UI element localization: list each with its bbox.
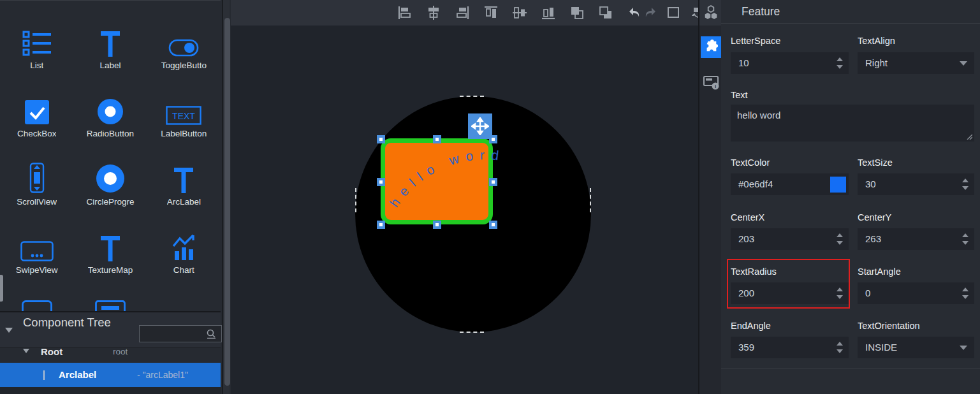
endangle-input[interactable]: 359 [731,337,849,358]
centery-value: 263 [865,233,881,244]
clipped-widget-icon [22,300,52,311]
tree-row-id: - "arcLabel1" [137,370,188,380]
tree-empty-area [0,387,221,394]
textsize-spinner[interactable] [962,178,969,191]
tree-indent-guide [43,370,45,380]
palette-item-list[interactable]: List [0,7,73,75]
tab-feature[interactable] [701,36,722,58]
textcolor-input[interactable]: #0e6df4 [731,173,849,195]
align-left-icon[interactable] [397,5,413,20]
textradius-spinner[interactable] [836,287,844,300]
endangle-spinner[interactable] [836,341,844,354]
guide-dash-bottom [460,332,484,333]
search-icon [205,328,217,340]
textorientation-value: INSIDE [865,342,897,353]
widget-palette: ListLabelToggleButtoCheckBoxRadioButtonT… [0,1,221,311]
palette-scrollbar[interactable] [222,0,230,394]
guide-dash-right [590,188,591,212]
resize-grip-icon[interactable] [966,133,972,140]
centerx-spinner[interactable] [836,233,844,245]
startangle-label: StartAngle [858,266,901,277]
label-t-icon [173,166,194,193]
palette-item-checkbox[interactable]: CheckBox [0,75,73,143]
palette-item-labelbutton[interactable]: TEXTLabelButton [147,75,221,143]
align-top-icon[interactable] [483,5,499,20]
strip-toolbar-cap [699,0,722,26]
textradius-input[interactable]: 200 [731,282,849,304]
redo-icon[interactable] [643,5,658,20]
send-to-back-icon[interactable] [598,5,613,20]
letterspace-input[interactable]: 10 [731,52,849,74]
textorientation-dropdown[interactable]: INSIDE [858,337,974,358]
textcolor-label: TextColor [731,157,770,168]
resize-handle-sw[interactable] [377,221,385,229]
text-textarea[interactable]: hello word [731,105,974,142]
expand-caret-icon[interactable] [23,349,29,353]
resize-handle-n[interactable] [433,135,441,143]
palette-item-label[interactable]: Label [73,7,147,75]
align-bottom-icon[interactable] [541,5,556,20]
palette-item-label: CircleProgre [86,197,134,207]
resize-handle-se[interactable] [489,221,497,229]
list-icon [22,30,52,57]
palette-scrollbar-thumb[interactable] [224,18,230,386]
label-t-icon [99,30,121,57]
component-tree-title: Component Tree [23,314,131,331]
palette-item-radiobutton[interactable]: RadioButton [73,75,147,143]
undo-icon[interactable] [627,5,642,20]
palette-item-togglebutto[interactable]: ToggleButto [147,7,221,75]
palette-item-texturemap[interactable]: TextureMap [73,212,147,280]
marquee-icon[interactable] [666,5,681,20]
centerx-input[interactable]: 203 [731,228,849,250]
palette-item-label: ToggleButto [161,61,207,70]
arclabel-widget[interactable] [381,138,493,224]
textalign-dropdown[interactable]: Right [858,52,974,74]
tree-row-id: root [113,347,128,356]
label-t-icon [99,235,121,261]
chevron-down-icon [960,346,967,350]
palette-item-clipped[interactable] [73,280,147,311]
canvas-toolbar [231,0,698,26]
align-center-vertical-icon[interactable] [512,5,527,20]
textsize-input[interactable]: 30 [858,173,974,195]
palette-item-swipeview[interactable]: SwipeView [0,212,73,280]
startangle-spinner[interactable] [962,287,969,300]
centery-input[interactable]: 263 [858,228,974,250]
circleprogress-icon [96,164,125,193]
checkbox-icon [24,99,50,125]
letterspace-label: LetterSpace [731,36,780,46]
palette-item-label: LabelButton [161,129,207,138]
palette-item-arclabel[interactable]: ArcLabel [147,143,221,212]
align-center-horizontal-icon[interactable] [426,5,441,20]
align-right-icon[interactable] [455,5,470,20]
design-canvas[interactable]: hello word [231,26,698,394]
tree-row-arclabel[interactable]: Arclabel - "arcLabel1" [0,363,221,387]
palette-item-circleprogre[interactable]: CircleProgre [73,143,147,212]
palette-item-label: ScrollView [17,197,57,207]
palette-item-label: CheckBox [17,129,57,138]
resize-handle-nw[interactable] [377,135,385,143]
color-swatch[interactable] [830,177,846,193]
tab-events[interactable]: i [701,72,722,94]
letterspace-spinner[interactable] [836,57,844,69]
palette-item-scrollview[interactable]: ScrollView [0,143,73,212]
events-panel-icon: i [703,75,720,91]
bring-to-front-icon[interactable] [569,5,585,20]
centerx-value: 203 [738,233,754,244]
component-tree-search-input[interactable] [139,325,222,342]
resize-handle-ne[interactable] [489,135,497,143]
text-value: hello word [737,110,780,120]
collapse-caret-icon[interactable] [5,328,13,333]
startangle-value: 0 [865,288,870,298]
resize-handle-w[interactable] [377,178,385,186]
resize-handle-e[interactable] [489,178,497,186]
components-molecule-icon[interactable] [703,4,719,22]
palette-item-label: SwipeView [16,265,58,275]
resize-handle-s[interactable] [433,221,441,229]
palette-item-clipped[interactable] [0,280,73,311]
palette-item-chart[interactable]: Chart [147,212,221,280]
panel-grip[interactable] [0,275,3,302]
startangle-input[interactable]: 0 [858,282,974,304]
scrollview-icon [29,163,45,193]
centery-spinner[interactable] [962,233,969,245]
